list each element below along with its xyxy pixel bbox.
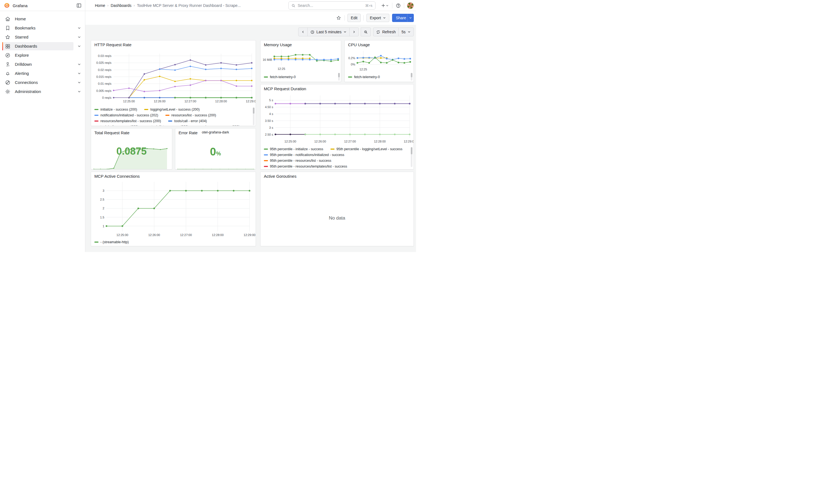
sidebar-item-label: Connections	[15, 80, 38, 85]
legend-row: 95th percentile - resources/templates/li…	[264, 164, 410, 168]
sidebar-item-explore[interactable]: Explore	[2, 51, 74, 59]
legend-scrollbar-thumb[interactable]	[411, 147, 412, 154]
chevron-down-icon[interactable]	[74, 78, 85, 87]
svg-text:4 s: 4 s	[269, 112, 273, 115]
sidebar-item-drilldown[interactable]: Drilldown	[2, 60, 74, 69]
breadcrumb: Home › Dashboards › ToolHive MCP Server …	[95, 0, 241, 11]
svg-text:12:29:00: 12:29:00	[404, 140, 414, 143]
chevron-down-icon	[408, 30, 411, 33]
legend-item[interactable]: 95th percentile - initialize - success	[264, 147, 323, 151]
svg-text:0.03 req/s: 0.03 req/s	[98, 54, 111, 57]
connections-legend: - (streamable-http)	[94, 240, 252, 246]
refresh-interval-picker[interactable]: 5s	[398, 27, 414, 36]
sidebar-item-bookmarks[interactable]: Bookmarks	[2, 24, 74, 32]
legend-item[interactable]: tools/list - success (200)	[146, 125, 188, 126]
legend-item[interactable]: 95th percentile - resources/templates/li…	[264, 164, 347, 168]
svg-text:12:27:00: 12:27:00	[344, 140, 356, 143]
breadcrumb-separator: ›	[134, 4, 135, 7]
sidebar-item-connections[interactable]: Connections	[2, 78, 74, 87]
sidebar-row-alerting: Alerting	[0, 69, 85, 78]
svg-text:2: 2	[103, 207, 104, 210]
time-shift-forward-button[interactable]	[349, 27, 359, 36]
legend-item[interactable]: unknown - success (200)	[196, 125, 240, 126]
http-legend: initialize - success (200)logging/setLev…	[94, 108, 252, 126]
legend-item[interactable]: 95th percentile - logging/setLevel - suc…	[331, 147, 402, 151]
chevron-down-icon[interactable]	[74, 69, 85, 78]
sidebar-item-home[interactable]: Home	[2, 15, 74, 23]
panel-error-rate: Error Rate otel-grafana-dark 0%	[175, 128, 256, 169]
svg-text:12:25: 12:25	[278, 67, 285, 71]
refresh-button[interactable]: Refresh	[373, 27, 399, 36]
sidebar-row-home: Home	[0, 14, 85, 23]
sidebar-row-bookmarks: Bookmarks	[0, 23, 85, 32]
chevron-down-icon[interactable]	[74, 60, 85, 69]
cpu-plot: 12:250.2%0%	[345, 47, 414, 73]
legend-item[interactable]: tools/call - success (200)	[94, 125, 138, 126]
legend-scrollbar-thumb[interactable]	[253, 108, 255, 114]
export-button[interactable]: Export	[366, 14, 389, 22]
home-icon	[5, 16, 10, 22]
legend-row: initialize - success (200)logging/setLev…	[94, 108, 252, 111]
svg-text:2.50 s: 2.50 s	[265, 133, 273, 136]
favorite-star-icon[interactable]	[336, 15, 342, 21]
legend-item[interactable]: logging/setLevel - success (200)	[144, 108, 200, 111]
help-icon[interactable]	[395, 2, 401, 8]
legend-item[interactable]: fetch-telemetry-0	[264, 75, 296, 79]
stat-value: 0.0875	[91, 145, 172, 157]
chevron-down-icon[interactable]	[74, 33, 85, 41]
refresh-icon	[376, 30, 380, 34]
sidebar-item-label: Administration	[15, 89, 41, 94]
legend-item[interactable]: 95th percentile - notifications/initiali…	[264, 153, 344, 157]
legend-item[interactable]: 95th percentile - resources/list - succe…	[264, 159, 331, 163]
top-nav: Grafana Home › Dashboards › ToolHive MCP…	[0, 0, 416, 11]
chevron-down-icon[interactable]	[74, 42, 85, 50]
mcp-request-duration-chart: 12:25:0012:26:0012:27:0012:28:0012:29:00…	[261, 91, 414, 147]
search-input[interactable]: Search... ⌘+k	[288, 1, 375, 10]
avatar[interactable]	[407, 2, 414, 9]
grafana-logo[interactable]	[4, 2, 10, 8]
chevron-down-icon[interactable]	[74, 24, 85, 32]
sidebar-item-administration[interactable]: Administration	[2, 87, 74, 96]
legend-item[interactable]: tools/call - error (404)	[168, 119, 207, 123]
search-placeholder: Search...	[298, 3, 363, 8]
svg-text:4.50 s: 4.50 s	[265, 105, 273, 109]
legend-item[interactable]: notifications/initialized - success (202…	[94, 113, 158, 117]
legend-item[interactable]: - (streamable-http)	[94, 240, 129, 244]
legend-item[interactable]: resources/templates/list - success (200)	[94, 119, 161, 123]
svg-text:12:26:00: 12:26:00	[148, 233, 160, 237]
zoom-out-button[interactable]	[361, 27, 371, 36]
grafana-app: Home Bookmarks Starred Dashboards	[0, 0, 416, 252]
time-shift-back-button[interactable]	[298, 27, 308, 36]
sidebar-item-alerting[interactable]: Alerting	[2, 69, 74, 78]
svg-text:3: 3	[103, 189, 104, 192]
legend-row: fetch-telemetry-0	[348, 75, 410, 79]
legend-item[interactable]: initialize - success (200)	[94, 108, 137, 111]
breadcrumb-dashboards[interactable]: Dashboards	[111, 3, 131, 8]
legend-scrollbar-thumb[interactable]	[338, 73, 340, 77]
legend-item[interactable]: fetch-telemetry-0	[348, 75, 380, 79]
spacer	[74, 51, 85, 59]
panel-http-request-rate: HTTP Request Rate 12:25:0012:26:0012:27:…	[91, 40, 256, 126]
cpu-legend: fetch-telemetry-0	[348, 75, 410, 82]
sidebar-item-dashboards[interactable]: Dashboards	[2, 42, 74, 50]
legend-item[interactable]: resources/list - success (200)	[165, 113, 216, 117]
breadcrumb-home[interactable]: Home	[95, 3, 105, 8]
legend-scrollbar-thumb[interactable]	[411, 73, 412, 77]
share-caret-button[interactable]	[407, 14, 414, 22]
panel-total-request-rate: Total Request Rate 0.0875	[91, 128, 172, 169]
add-button[interactable]	[380, 2, 389, 8]
time-range-picker[interactable]: Last 5 minutes	[307, 27, 350, 36]
edit-button[interactable]: Edit	[347, 14, 361, 22]
panel-title: Memory Usage	[261, 41, 341, 47]
bookmark-icon	[5, 25, 10, 31]
legend-swatch	[168, 121, 172, 122]
sidebar-item-label: Alerting	[15, 71, 29, 76]
legend-swatch	[94, 109, 99, 110]
chevron-down-icon	[343, 30, 347, 33]
chevron-down-icon[interactable]	[74, 87, 85, 96]
sidebar-item-starred[interactable]: Starred	[2, 33, 74, 41]
collapse-sidebar-icon[interactable]	[76, 3, 82, 8]
svg-text:12:29:00: 12:29:00	[246, 100, 256, 103]
svg-text:0.02 req/s: 0.02 req/s	[98, 68, 111, 72]
svg-text:0.015 req/s: 0.015 req/s	[96, 75, 112, 78]
